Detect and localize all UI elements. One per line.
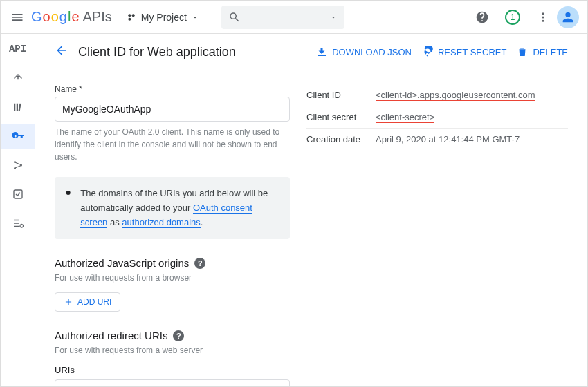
sidebar: API — [1, 34, 35, 386]
search-icon — [228, 11, 241, 23]
authorized-domains-link[interactable]: authorized domains — [122, 217, 200, 228]
sidebar-item-credentials[interactable] — [1, 124, 35, 149]
svg-point-13 — [20, 225, 24, 228]
info-box: The domains of the URIs you add below wi… — [55, 177, 290, 239]
svg-point-0 — [128, 14, 131, 17]
creation-date-value: April 9, 2020 at 12:41:44 PM GMT-7 — [376, 134, 520, 144]
client-id-value: <client-id>.apps.googleusercontent.com — [376, 90, 535, 101]
redirect-uris-sub: For use with requests from a web server — [55, 346, 290, 355]
sidebar-item-verification[interactable] — [1, 182, 35, 207]
topbar: Google APIs My Project 1 — [1, 1, 587, 34]
add-uri-button[interactable]: ADD URI — [55, 292, 120, 312]
svg-rect-7 — [16, 104, 17, 111]
js-origins-sub: For use with requests from a browser — [55, 273, 290, 283]
project-selector[interactable]: My Project — [126, 12, 199, 23]
svg-rect-8 — [18, 104, 21, 111]
more-icon[interactable] — [535, 9, 551, 26]
redirect-uri-input[interactable] — [55, 379, 290, 386]
svg-rect-15 — [68, 192, 68, 194]
notifications-icon[interactable]: 1 — [504, 9, 521, 26]
google-apis-logo: Google APIs — [31, 9, 112, 25]
chevron-down-icon — [191, 13, 199, 21]
help-icon[interactable] — [474, 9, 490, 26]
download-json-button[interactable]: DOWNLOAD JSON — [315, 46, 412, 58]
help-icon[interactable]: ? — [194, 258, 205, 269]
svg-rect-6 — [14, 104, 15, 111]
js-origins-heading: Authorized JavaScript origins ? — [55, 257, 290, 269]
sidebar-item-settings[interactable] — [1, 211, 35, 236]
name-input[interactable] — [55, 97, 290, 122]
project-name: My Project — [141, 12, 187, 23]
plus-icon — [64, 297, 73, 307]
avatar[interactable] — [557, 6, 579, 28]
page-header: Client ID for Web application DOWNLOAD J… — [35, 34, 587, 70]
svg-rect-12 — [14, 190, 22, 198]
notification-badge: 1 — [505, 10, 520, 25]
name-label: Name * — [55, 84, 290, 94]
page-title: Client ID for Web application — [78, 45, 306, 59]
svg-point-4 — [542, 16, 544, 18]
client-secret-value: <client-secret> — [376, 112, 434, 123]
svg-point-1 — [131, 14, 134, 17]
name-help: The name of your OAuth 2.0 client. This … — [55, 126, 290, 163]
info-icon — [66, 187, 71, 199]
uris-label: URIs — [55, 365, 290, 375]
menu-icon[interactable] — [9, 9, 26, 26]
creation-date-label: Creation date — [306, 134, 376, 144]
redirect-uris-heading: Authorized redirect URIs ? — [55, 330, 290, 341]
client-secret-label: Client secret — [306, 112, 376, 122]
svg-point-2 — [128, 17, 131, 20]
svg-point-16 — [68, 191, 68, 192]
back-arrow-icon[interactable] — [55, 44, 68, 60]
reset-secret-button[interactable]: RESET SECRET — [421, 46, 506, 58]
sidebar-brand: API — [9, 44, 26, 55]
sidebar-item-library[interactable] — [1, 95, 35, 120]
svg-point-5 — [542, 19, 544, 21]
chevron-down-icon — [329, 13, 338, 21]
search-input[interactable] — [221, 6, 345, 29]
svg-point-3 — [542, 12, 544, 15]
sidebar-item-dashboard[interactable] — [1, 66, 35, 91]
delete-button[interactable]: DELETE — [516, 46, 568, 58]
help-icon[interactable]: ? — [173, 330, 184, 341]
client-id-label: Client ID — [306, 90, 376, 100]
sidebar-item-consent[interactable] — [1, 153, 35, 178]
